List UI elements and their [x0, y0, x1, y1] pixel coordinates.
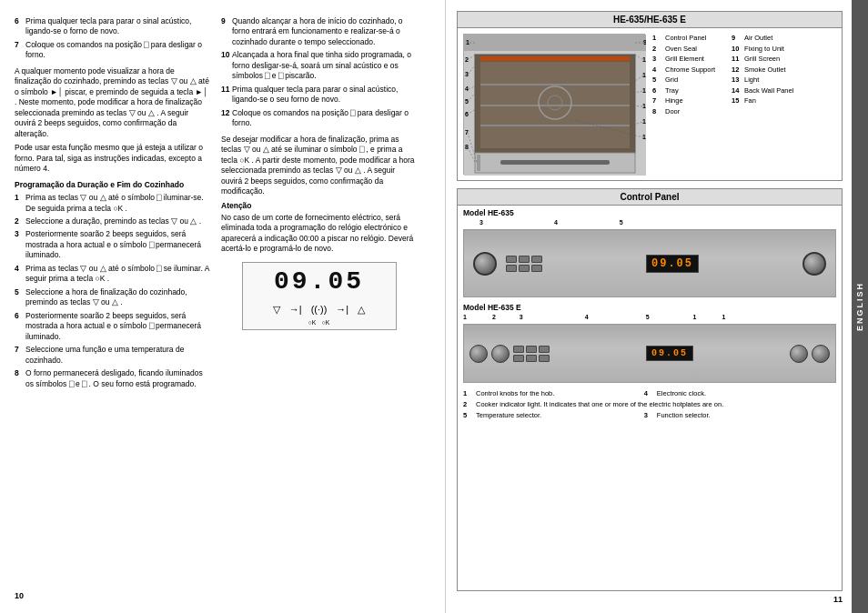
english-sidebar: ENGLISH: [852, 0, 868, 613]
display-635e: 09.05: [646, 346, 693, 361]
svg-text:11: 11: [642, 72, 646, 78]
model-635e-label: Model HE-635 E: [458, 300, 842, 313]
oven-section: HE-635/HE-635 E: [457, 11, 843, 181]
oven-label-12: 12Smoke Outlet: [732, 65, 793, 75]
ctrl-label-4: 4 Electronic clock.: [644, 389, 823, 398]
center-cluster-635e: [513, 346, 550, 362]
mini-button: [506, 256, 517, 263]
mini-button: [526, 355, 537, 362]
list-item: 2 Seleccione a duração, premindo as tecl…: [15, 216, 210, 226]
ok-button-label2: ○K: [322, 318, 330, 327]
knob-3-635e: [790, 345, 808, 363]
knob-2-635e: [491, 345, 510, 363]
list-item: 5 Seleccione a hora de finalização do co…: [15, 287, 210, 308]
list-item: 1 Prima as teclas ▽ ou △ até o símbolo ⎕…: [15, 193, 210, 214]
mini-button: [513, 346, 524, 353]
svg-rect-3: [480, 56, 630, 61]
oven-diagram: 1 2 3 4 5 6 7 8: [463, 34, 645, 175]
wave-icon: ((·)): [311, 303, 328, 317]
button-grid-635: [506, 256, 542, 272]
paragraph: Se desejar modificar a hora de finalizaç…: [221, 135, 417, 197]
paragraph: Pode usar esta função mesmo que já estej…: [15, 143, 210, 174]
svg-text:6: 6: [465, 111, 469, 117]
func-icon: →|: [289, 303, 302, 317]
mini-button: [519, 256, 530, 263]
list-item: 3 Posteriormente soarão 2 beeps seguidos…: [15, 229, 210, 260]
svg-text:1: 1: [466, 39, 469, 45]
svg-text:8: 8: [465, 144, 469, 150]
svg-rect-12: [477, 155, 480, 171]
right-content: HE-635/HE-635 E: [446, 0, 852, 613]
model-635-label: Model HE-635: [458, 206, 842, 218]
oven-label-7: 7Hinge: [652, 96, 715, 106]
svg-rect-11: [500, 160, 610, 165]
svg-text:5: 5: [465, 98, 469, 105]
list-item: 10 Alcançada a hora final que tinha sido…: [221, 50, 417, 81]
left-column-1: 6 Prima qualquer tecla para parar o sina…: [15, 16, 210, 586]
ctrl-label-1: 1 Control knobs for the hob.: [463, 389, 642, 398]
oven-labels-left: 1Control Panel 2Oven Seal 3Grill Element…: [652, 34, 715, 116]
list-item: 4 Prima as teclas ▽ ou △ até o símbolo ⎕…: [15, 264, 210, 285]
down-arrow-icon: ▽: [273, 303, 280, 317]
page-number-left: 10: [15, 586, 430, 600]
knob-1-635e: [469, 345, 488, 363]
oven-label-3: 3Grill Element: [652, 55, 715, 65]
panel-635-numbers: 3 4 5: [458, 218, 842, 226]
svg-text:7: 7: [465, 129, 469, 136]
mini-button: [526, 346, 537, 353]
list-item: 11 Prima qualquer tecla para parar o sin…: [221, 85, 417, 106]
knob-4-635e: [812, 345, 830, 363]
english-label: ENGLISH: [855, 282, 864, 331]
svg-text:9: 9: [643, 39, 646, 45]
ctrl-label-2: 2 Cooker indicator light. It indicates t…: [463, 400, 836, 409]
panel-635-image: 09.05: [463, 229, 836, 297]
oven-labels-right: 9Air Outlet 10Fixing to Unit 11Grill Scr…: [732, 34, 793, 116]
panel-635e-numbers: 1 2 3 4 5 1 1: [458, 313, 842, 321]
control-labels: 1 Control knobs for the hob. 4 Electroni…: [458, 386, 842, 423]
clock-display: 09.05: [274, 265, 364, 299]
oven-labels: 1Control Panel 2Oven Seal 3Grill Element…: [652, 34, 793, 175]
oven-label-1: 1Control Panel: [652, 34, 715, 44]
center-cluster-635: [506, 256, 542, 272]
panel-635-body: 09.05: [464, 230, 835, 296]
list-item: 6 Prima qualquer tecla para parar o sina…: [15, 16, 210, 37]
svg-text:12: 12: [642, 87, 646, 94]
attention-text: No caso de um corte de fornecimento eléc…: [221, 213, 417, 255]
control-panel-title: Control Panel: [458, 189, 842, 206]
svg-text:3: 3: [465, 71, 469, 77]
left-column-2: 9 Quando alcançar a hora de início do co…: [221, 16, 417, 586]
knob-right-635: [802, 252, 826, 276]
oven-label-13: 13Light: [732, 75, 793, 85]
list-item: 7 Coloque os comandos na posição ⎕ para …: [15, 40, 210, 61]
oven-label-10: 10Fixing to Unit: [732, 45, 793, 55]
mini-button: [506, 265, 517, 272]
ctrl-label-5: 5 Temperature selector.: [463, 411, 642, 420]
button-grid-635e: [513, 346, 550, 362]
list-item: 7 Seleccione uma função e uma temperatur…: [15, 345, 210, 366]
svg-text:15: 15: [642, 134, 646, 140]
list-item: 12 Coloque os comandos na posição ⎕ para…: [221, 108, 417, 129]
mini-button: [531, 256, 542, 263]
oven-label-5: 5Grid: [652, 75, 715, 85]
clock-diagram: 09.05 ▽ →| ((·)) →| △ ○K ○K: [242, 262, 397, 330]
list-item: 9 Quando alcançar a hora de início do co…: [221, 16, 417, 47]
end-icon: →|: [336, 303, 348, 317]
display-635: 09.05: [646, 255, 699, 273]
ctrl-label-3: 3 Function selector.: [644, 411, 823, 420]
ok-button-label: ○K: [308, 318, 317, 327]
oven-label-6: 6Tray: [652, 86, 715, 96]
oven-label-2: 2Oven Seal: [652, 45, 715, 55]
mini-button: [519, 265, 530, 272]
oven-diagram-area: 1 2 3 4 5 6 7 8: [458, 28, 842, 180]
mini-button: [539, 346, 550, 353]
oven-label-11: 11Grill Screen: [732, 55, 793, 65]
panel-635e-body: 09.05: [464, 325, 835, 382]
svg-text:13: 13: [642, 103, 646, 109]
oven-section-title: HE-635/HE-635 E: [458, 12, 842, 28]
control-panel-section: Control Panel Model HE-635 3 4 5: [457, 188, 843, 591]
oven-label-8: 8Door: [652, 107, 715, 117]
mini-button: [539, 355, 550, 362]
paragraph: A qualquer momento pode visualizar a hor…: [15, 66, 210, 139]
oven-label-15: 15Fan: [732, 96, 793, 106]
mini-button: [513, 355, 524, 362]
